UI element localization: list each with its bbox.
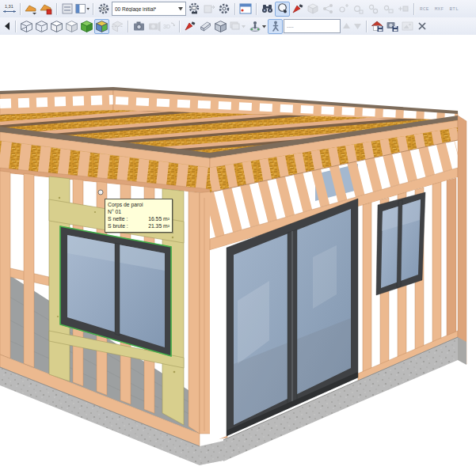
roof-edit-icon[interactable]	[39, 2, 53, 16]
walk-level-value: ----	[287, 24, 294, 29]
toolbar-separator	[93, 3, 93, 15]
settings-gear-icon[interactable]	[217, 2, 231, 16]
tooltip-title: Corps de paroi	[108, 201, 169, 208]
main-toolbar: 1,31	[0, 0, 476, 17]
chevron-down-icon	[178, 7, 183, 11]
toolbar-separator	[256, 3, 257, 15]
tooltip-net-value: 16.55 m²	[148, 215, 169, 222]
toolbar-separator	[179, 21, 180, 32]
view-section-disabled-icon	[110, 19, 124, 33]
view-wireframe-hidden-icon[interactable]	[34, 19, 48, 33]
transfer-disabled-icon	[202, 2, 216, 16]
rotation-center-toggle[interactable]	[275, 2, 290, 17]
tooltip-net-label: S nette :	[108, 215, 128, 222]
marker-flag-icon-2[interactable]	[183, 19, 197, 33]
display-preset-value: 00 Réglage initial*	[115, 6, 156, 12]
walk-mode-toggle[interactable]	[268, 19, 283, 34]
add-box-disabled-icon	[396, 2, 410, 16]
walk-level-combobox[interactable]: ----	[284, 19, 341, 33]
svg-text:1,31: 1,31	[5, 4, 13, 9]
toolbar-separator	[128, 21, 128, 32]
svg-text:3D: 3D	[163, 24, 170, 29]
camera-icon[interactable]	[131, 19, 146, 33]
camera-path-disabled-icon	[147, 19, 161, 33]
view-textured-toggle[interactable]	[94, 19, 109, 34]
search-binoculars-icon[interactable]	[260, 2, 274, 16]
view-toolbar: 3D	[0, 17, 476, 36]
cad-application-window: 1,31	[0, 0, 476, 474]
toolbar-separator	[56, 3, 57, 15]
display-settings-save-icon[interactable]	[187, 2, 201, 16]
snap-disabled-icon	[381, 2, 395, 16]
view-wireframe-icon[interactable]	[19, 19, 33, 33]
toolbar-separator	[234, 3, 235, 15]
export-mxf-button: MXF	[432, 6, 447, 12]
view-solid-white-icon[interactable]	[64, 19, 78, 33]
timber-frame-model	[0, 35, 476, 474]
display-settings-icon[interactable]	[97, 2, 111, 16]
window-right-wall[interactable]	[376, 192, 425, 295]
tooltip-gross-label: S brute :	[108, 222, 128, 229]
roof-tool-icon[interactable]	[24, 2, 38, 16]
cube-tool-icon[interactable]	[213, 19, 227, 33]
toolbar-separator	[20, 3, 21, 15]
measure-disabled-icon	[366, 2, 380, 16]
toolbar-separator	[413, 3, 414, 15]
wall-info-tooltip: Corps de paroi N° 01 S nette : 16.55 m² …	[105, 199, 173, 233]
image-export-disabled-icon	[400, 19, 414, 33]
save-snapshot-icon[interactable]	[385, 19, 399, 33]
close-icon[interactable]	[415, 19, 429, 33]
export-btl-button: BTL	[447, 6, 461, 12]
window-layout-icon[interactable]	[238, 2, 253, 16]
layer-stack-disabled-icon	[228, 19, 247, 33]
toolbar-separator	[15, 21, 16, 32]
wall-marker	[98, 190, 103, 195]
collapse-left-icon[interactable]	[2, 19, 12, 33]
save-view-home-icon[interactable]	[370, 19, 384, 33]
storey-manager-icon[interactable]	[60, 2, 74, 16]
right-corner-face	[458, 116, 466, 364]
add-circle-disabled-icon	[351, 2, 365, 16]
3d-viewport[interactable]: Corps de paroi N° 01 S nette : 16.55 m² …	[0, 35, 476, 474]
toolbar-separator	[366, 21, 367, 32]
marker-flag-icon[interactable]	[291, 2, 305, 16]
step-up-icon	[341, 19, 352, 33]
node-link-disabled-icon	[321, 2, 335, 16]
dimension-icon[interactable]: 1,31	[2, 2, 17, 16]
display-preset-combobox[interactable]: 00 Réglage initial*	[112, 2, 186, 16]
solid-cube-disabled-icon	[306, 2, 320, 16]
view-solid-green-icon[interactable]	[79, 19, 93, 33]
panel-view-icon[interactable]	[75, 2, 89, 16]
walkthrough-person-icon[interactable]	[248, 19, 267, 33]
add-point-disabled-icon	[336, 2, 350, 16]
tooltip-number: N° 01	[108, 208, 169, 215]
step-down-icon	[352, 19, 363, 33]
rotate-3d-disabled-icon: 3D	[162, 19, 176, 33]
view-hiddenline-icon[interactable]	[49, 19, 63, 33]
export-rce-button: RCE	[417, 6, 432, 12]
beam-tool-icon[interactable]	[198, 19, 212, 33]
tooltip-gross-value: 21.35 m²	[148, 222, 169, 229]
